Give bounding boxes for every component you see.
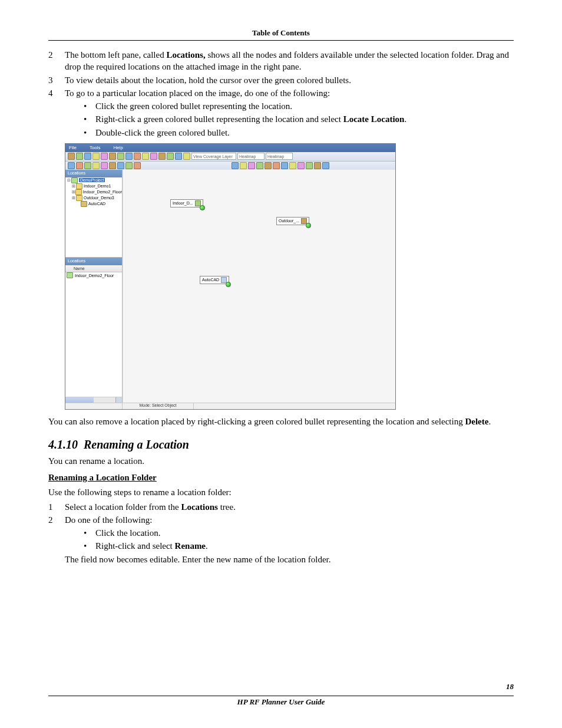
pin-icon [195,200,201,206]
toolbar-icon[interactable] [256,162,263,169]
locations-row[interactable]: Indoor_Demo2_Floor [65,272,122,279]
green-bullet-icon[interactable] [200,205,205,210]
text: The bottom left pane, called [65,50,166,60]
toolbar-icon[interactable] [240,162,247,169]
paragraph: You can rename a location. [48,455,514,467]
toolbar-icon[interactable] [84,162,91,169]
toolbar-icon[interactable] [117,162,124,169]
green-bullet-icon[interactable] [226,282,231,287]
menu-help[interactable]: Help [114,145,123,150]
location-pin[interactable]: Outdoor_... [276,217,309,225]
list-number: 1 [48,501,65,513]
bold-term: Locate Location [343,114,405,124]
toolbar-icon[interactable] [101,153,108,160]
toolbar-icon[interactable] [84,153,91,160]
toolbar-icon[interactable] [265,162,272,169]
locations-column-header[interactable]: Name [65,265,122,272]
toolbar-icon[interactable] [183,153,190,160]
section-title: Renaming a Location [84,438,189,451]
section-number: 4.1.10 [48,438,78,451]
toolbar-icon[interactable] [167,153,174,160]
status-mode: Mode: Select Object [123,403,194,409]
toolbar-icon[interactable] [314,162,321,169]
page-header: Table of Contents [48,28,514,41]
toolbar-row-1: View Coverage Layer Heatmap Heatmap [65,152,395,162]
toolbar-icon[interactable] [92,153,100,160]
toolbar-icon[interactable] [150,153,157,160]
text: You can also remove a location placed by… [48,417,465,426]
bold-term: Locations [181,502,218,512]
tree-node[interactable]: ⊞Outdoor_Demo3 [65,195,122,201]
toolbar-icon[interactable] [175,153,182,160]
menu-tools[interactable]: Tools [90,145,101,150]
list-body: The bottom left pane, called Locations, … [65,49,514,73]
tree-node[interactable]: ⊞Indoor_Demo1 [65,183,122,189]
toolbar-icon[interactable] [158,153,166,160]
toolbar-icon[interactable] [273,162,280,169]
toolbar-icon[interactable] [134,153,141,160]
toolbar-icon[interactable] [92,162,100,169]
menu-file[interactable]: File [69,145,77,150]
locations-tree-pane: Locations ⊟DemoProject ⊞Indoor_Demo1 ⊞In… [65,170,122,258]
toolbar-icon[interactable] [248,162,255,169]
pin-label: AutoCAD [202,278,219,282]
location-pin[interactable]: Indoor_D... [170,199,203,207]
pin-label: Outdoor_... [279,219,299,223]
app-screenshot: File Tools Help View Coverage Layer Heat… [65,143,396,410]
toolbar-icon[interactable] [125,162,133,169]
list-body: To view details about the location, hold… [65,74,514,86]
toolbar-icon[interactable] [68,153,75,160]
toolbar-icon[interactable] [289,162,296,169]
canvas-pane[interactable]: Indoor_D... Outdoor_... AutoCAD [123,170,395,403]
toolbar-dropdown[interactable]: View Coverage Layer [191,153,236,160]
app-body: Locations ⊟DemoProject ⊞Indoor_Demo1 ⊞In… [65,170,395,403]
tree-node[interactable]: ⊞Indoor_Demo2_Floor [65,189,122,195]
locations-list-pane: Locations Name Indoor_Demo2_Floor [65,258,122,403]
numbered-list: 1 Select a location folder from the Loca… [48,501,514,565]
toolbar-icon[interactable] [297,162,305,169]
toolbar-icon[interactable] [281,162,288,169]
pin-label: Indoor_D... [173,201,193,205]
toolbar-dropdown[interactable]: Heatmap [237,153,265,160]
paragraph: Use the following steps to rename a loca… [48,486,514,498]
bullet-item: Click the green colored bullet represent… [81,100,514,112]
footer-title: HP RF Planner User Guide [237,697,325,707]
toolbar-icon[interactable] [68,162,75,169]
toolbar-dropdown[interactable]: Heatmap [266,153,293,160]
bullet-list: Click the location. Right-click and sele… [81,527,514,552]
list-number: 3 [48,74,65,86]
toolbar-icon[interactable] [322,162,329,169]
toolbar-icon[interactable] [232,162,239,169]
tree-node[interactable]: AutoCAD [65,201,122,207]
text: tree. [218,502,236,512]
toolbar-icon[interactable] [101,162,108,169]
toolbar-icon[interactable] [109,153,116,160]
toolbar-icon[interactable] [76,162,83,169]
text: Right-click and select [95,541,175,551]
toolbar-icon[interactable] [125,153,133,160]
text: Select a location folder from the [65,502,181,512]
bold-term: Rename [175,541,206,551]
bullet-list: Click the green colored bullet represent… [81,100,514,139]
bullet-item: Double-click the green colored bullet. [81,127,514,139]
text: Do one of the following: [65,515,152,525]
toolbar-icon[interactable] [109,162,116,169]
tree-node-root[interactable]: ⊟DemoProject [65,177,122,183]
locations-header: Locations [65,258,122,265]
list-body: To go to a particular location placed on… [65,87,514,140]
toolbar-icon[interactable] [117,153,124,160]
green-bullet-icon[interactable] [306,223,311,228]
bullet-item: Click the location. [81,527,514,539]
text: The field now becomes editable. Enter th… [65,555,331,564]
list-item: 2 The bottom left pane, called Locations… [48,49,514,73]
list-number: 2 [48,49,65,61]
toolbar-icon[interactable] [134,162,141,169]
toolbar-icon[interactable] [306,162,313,169]
numbered-list: 2 The bottom left pane, called Locations… [48,49,514,140]
side-panel: Locations ⊟DemoProject ⊞Indoor_Demo1 ⊞In… [65,170,123,403]
location-pin[interactable]: AutoCAD [200,276,229,284]
toolbar-icon[interactable] [142,153,149,160]
text: To go to a particular location placed on… [65,88,330,98]
list-item: 4 To go to a particular location placed … [48,87,514,140]
toolbar-icon[interactable] [76,153,83,160]
